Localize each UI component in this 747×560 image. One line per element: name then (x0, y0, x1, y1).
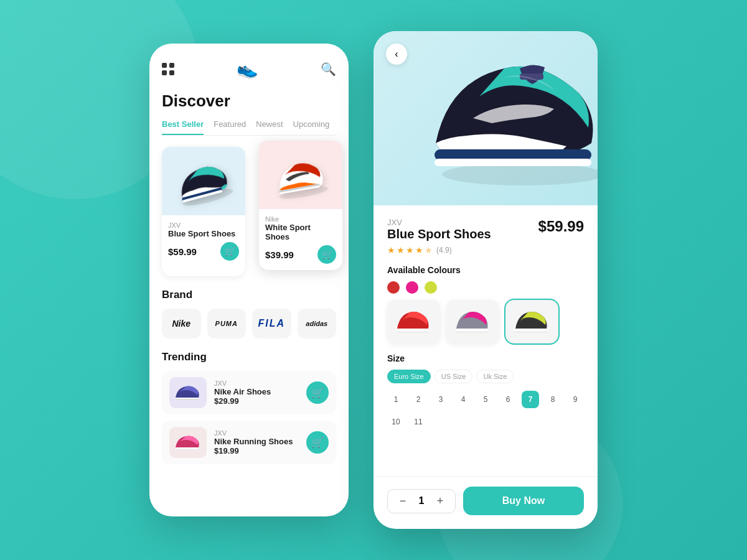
brand-nike[interactable]: Nike (162, 309, 201, 338)
detail-content: JXV Blue Sport Shoes $59.99 ★ ★ ★ ★ ★ (4… (374, 205, 598, 476)
trending-cart-air[interactable]: 🛒 (306, 381, 329, 404)
colour-thumbnails (387, 300, 584, 343)
product-image-white (259, 141, 342, 209)
size-11[interactable]: 11 (410, 413, 427, 431)
add-to-cart-button-blue[interactable]: 🛒 (220, 242, 239, 261)
quantity-value: 1 (416, 495, 426, 506)
size-label: Size (387, 353, 584, 363)
svg-rect-7 (175, 399, 199, 400)
product-info-blue: JXV Blue Sport Shoes $59.99 🛒 (162, 215, 245, 267)
detail-price: $59.99 (538, 218, 584, 235)
product-card-blue[interactable]: JXV Blue Sport Shoes $59.99 🛒 (162, 147, 245, 276)
svg-point-10 (442, 163, 598, 185)
screens-container: 👟 🔍 Discover Best Seller Featured Newest… (149, 31, 598, 529)
size-1[interactable]: 1 (387, 391, 405, 408)
detail-name-group: JXV Blue Sport Shoes (387, 218, 491, 241)
svg-rect-17 (456, 331, 488, 333)
detail-product-header: JXV Blue Sport Shoes $59.99 (387, 218, 584, 241)
product-image-blue (162, 147, 245, 215)
colour-dot-yellow[interactable] (425, 281, 437, 294)
trending-brand-running: JXV (214, 429, 299, 437)
trending-info-running: JXV Nike Running Shoes $19.99 (214, 429, 299, 455)
colour-dot-red[interactable] (387, 281, 400, 294)
rating-count: (4.9) (436, 246, 452, 254)
trending-price-running: $19.99 (214, 446, 299, 455)
colour-dots (387, 281, 584, 294)
trending-thumb-running (169, 427, 207, 458)
size-5[interactable]: 5 (477, 391, 494, 408)
buy-now-button[interactable]: Buy Now (463, 487, 584, 515)
brand-fila[interactable]: FILA (252, 309, 291, 338)
add-to-cart-button-nike[interactable]: 🛒 (317, 245, 336, 264)
size-9[interactable]: 9 (566, 391, 584, 408)
rating-row: ★ ★ ★ ★ ★ (4.9) (387, 245, 584, 255)
brand-puma[interactable]: PUMA (207, 309, 247, 338)
trending-item-running[interactable]: JXV Nike Running Shoes $19.99 🛒 (162, 421, 336, 464)
trending-cart-running[interactable]: 🛒 (306, 431, 329, 454)
colour-thumb-pink[interactable] (446, 300, 499, 343)
size-8[interactable]: 8 (544, 391, 561, 408)
detail-hero: ‹ (374, 31, 598, 205)
star-5-half: ★ (425, 245, 433, 255)
product-card-white[interactable]: Nike White Sport Shoes $39.99 🛒 (259, 141, 342, 270)
product-footer-nike: $39.99 🛒 (265, 245, 336, 264)
puma-logo: PUMA (215, 320, 238, 327)
tab-newest[interactable]: Newest (256, 119, 283, 135)
tab-best-seller[interactable]: Best Seller (162, 119, 204, 135)
quantity-control: − 1 + (387, 489, 456, 513)
size-10[interactable]: 10 (387, 413, 405, 431)
colours-label: Available Colours (387, 265, 584, 275)
svg-rect-19 (515, 331, 547, 333)
size-tab-us[interactable]: US Size (435, 370, 473, 383)
product-price: $59.99 (168, 246, 197, 257)
products-grid: JXV Blue Sport Shoes $59.99 🛒 (162, 147, 336, 276)
star-2: ★ (397, 245, 405, 255)
svg-rect-15 (397, 331, 429, 333)
category-tabs: Best Seller Featured Newest Upcoming (162, 119, 336, 136)
size-2[interactable]: 2 (410, 391, 427, 408)
star-4: ★ (415, 245, 423, 255)
page-title: Discover (162, 91, 336, 111)
trending-item-air[interactable]: JXV Nike Air Shoes $29.99 🛒 (162, 371, 336, 414)
size-7[interactable]: 7 (522, 391, 539, 408)
trending-brand-air: JXV (214, 380, 299, 387)
menu-icon[interactable] (162, 63, 174, 75)
nike-logo: Nike (172, 319, 190, 329)
trending-name-running: Nike Running Shoes (214, 437, 299, 446)
trending-list: JXV Nike Air Shoes $29.99 🛒 J (162, 371, 336, 464)
detail-product-name: Blue Sport Shoes (387, 227, 491, 241)
star-rating: ★ ★ ★ ★ ★ (387, 245, 433, 255)
size-tabs: Euro Size US Size Uk Size (387, 370, 584, 383)
quantity-increase-button[interactable]: + (434, 495, 446, 508)
left-phone: 👟 🔍 Discover Best Seller Featured Newest… (149, 44, 349, 516)
size-tab-uk[interactable]: Uk Size (476, 370, 514, 383)
tab-upcoming[interactable]: Upcoming (293, 119, 330, 135)
right-phone: ‹ (374, 31, 598, 529)
fila-logo: FILA (258, 318, 285, 329)
search-button[interactable]: 🔍 (321, 62, 336, 77)
size-tab-euro[interactable]: Euro Size (387, 370, 431, 383)
brand-adidas[interactable]: adidas (298, 309, 337, 338)
brands-row: Nike PUMA FILA adidas (162, 309, 336, 338)
bottom-bar: − 1 + Buy Now (374, 476, 598, 529)
size-section: Size Euro Size US Size Uk Size 1 2 3 4 5… (387, 353, 584, 431)
trending-info-air: JXV Nike Air Shoes $29.99 (214, 380, 299, 406)
star-3: ★ (406, 245, 414, 255)
size-6[interactable]: 6 (499, 391, 517, 408)
adidas-logo: adidas (306, 320, 327, 327)
colour-thumb-red[interactable] (387, 300, 440, 343)
trending-section-title: Trending (162, 351, 336, 363)
size-3[interactable]: 3 (432, 391, 449, 408)
colour-thumb-yellow[interactable] (505, 300, 558, 343)
star-1: ★ (387, 245, 395, 255)
tab-featured[interactable]: Featured (214, 119, 246, 135)
trending-name-air: Nike Air Shoes (214, 387, 299, 396)
svg-rect-9 (175, 449, 199, 450)
product-footer: $59.99 🛒 (168, 242, 239, 261)
product-brand-nike: Nike (265, 215, 336, 223)
colour-dot-pink[interactable] (406, 281, 418, 294)
svg-rect-13 (435, 159, 591, 166)
product-name: Blue Sport Shoes (168, 229, 239, 238)
size-4[interactable]: 4 (454, 391, 472, 408)
quantity-decrease-button[interactable]: − (397, 495, 409, 508)
